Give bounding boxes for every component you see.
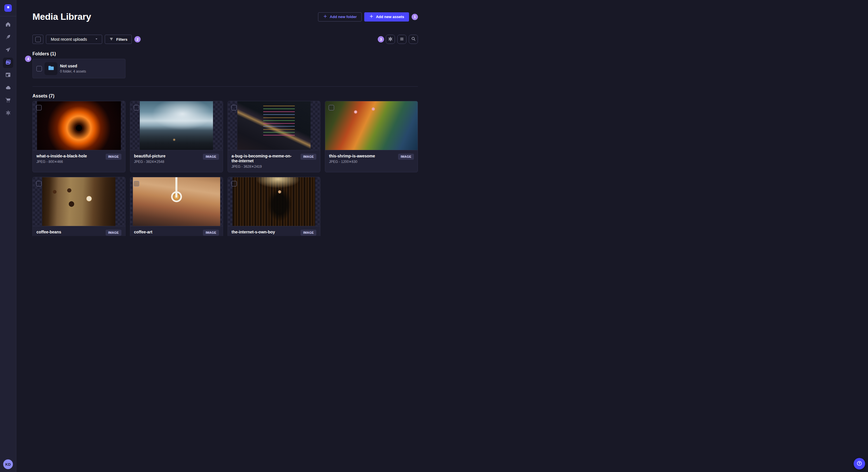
asset-title: a-bug-is-becoming-a-meme-on-the-internet	[231, 154, 298, 164]
asset-meta: JPEG - 1200✕630	[329, 160, 375, 164]
asset-thumbnail-area	[130, 101, 223, 150]
add-new-assets-button[interactable]: Add new assets	[364, 12, 409, 22]
asset-meta: JPEG - 3628✕2419	[231, 165, 298, 169]
assets-grid: what-s-inside-a-black-hole JPEG - 800✕46…	[32, 101, 418, 236]
asset-caption: the-internet-s-own-boy JPEG - 1200✕707 I…	[228, 226, 320, 236]
folder-checkbox[interactable]	[36, 66, 42, 71]
asset-caption: coffee-art JPEG - 5824✕3259 IMAGE	[130, 226, 223, 236]
home-icon	[5, 22, 11, 28]
thumbnail-shrimp	[325, 101, 417, 150]
sidebar-item-layout[interactable]	[3, 70, 13, 80]
asset-card[interactable]: coffee-art JPEG - 5824✕3259 IMAGE	[130, 177, 223, 236]
asset-caption: coffee-beans JPEG - 5021✕3347 IMAGE	[33, 226, 125, 236]
folder-name: Not used	[60, 64, 86, 69]
asset-type-badge: IMAGE	[105, 154, 121, 160]
sidebar: KD	[0, 0, 17, 236]
cloud-icon	[5, 85, 11, 92]
thumbnail-black-hole	[37, 101, 121, 150]
asset-caption: what-s-inside-a-black-hole JPEG - 800✕46…	[33, 150, 125, 172]
gear-icon	[388, 36, 393, 42]
thumbnail-code	[237, 101, 311, 150]
asset-checkbox[interactable]	[36, 181, 42, 187]
asset-text: coffee-beans JPEG - 5021✕3347	[36, 230, 67, 236]
strapi-logo[interactable]	[4, 4, 12, 12]
asset-caption: a-bug-is-becoming-a-meme-on-the-internet…	[228, 150, 320, 172]
assets-section: Assets (7) what-s-inside-a-black-hole JP…	[32, 94, 418, 236]
section-divider	[32, 86, 418, 87]
thumbnail-mountains	[140, 101, 213, 150]
asset-text: this-shrimp-is-awesome JPEG - 1200✕630	[329, 154, 375, 164]
asset-checkbox[interactable]	[36, 105, 42, 110]
send-icon	[5, 47, 11, 54]
folder-tile	[44, 62, 57, 75]
asset-type-badge: IMAGE	[301, 154, 316, 160]
sidebar-item-send[interactable]	[3, 45, 13, 55]
sort-select[interactable]: Most recent uploads	[46, 35, 102, 44]
asset-card[interactable]: the-internet-s-own-boy JPEG - 1200✕707 I…	[228, 177, 321, 236]
select-all-checkbox[interactable]	[32, 35, 43, 44]
asset-checkbox[interactable]	[134, 181, 139, 187]
asset-thumbnail-area	[130, 177, 223, 226]
asset-card[interactable]: coffee-beans JPEG - 5021✕3347 IMAGE	[32, 177, 125, 236]
add-new-folder-button[interactable]: Add new folder	[318, 12, 362, 22]
asset-caption: beautiful-picture JPEG - 3824✕2548 IMAGE	[130, 150, 223, 172]
filters-button[interactable]: Filters	[105, 35, 132, 44]
asset-title: beautiful-picture	[134, 154, 166, 159]
folder-icon	[48, 64, 55, 73]
asset-card[interactable]: beautiful-picture JPEG - 3824✕2548 IMAGE	[130, 101, 223, 172]
sidebar-item-images[interactable]	[3, 58, 13, 68]
asset-type-badge: IMAGE	[398, 154, 414, 160]
sidebar-nav	[3, 20, 13, 119]
asset-text: beautiful-picture JPEG - 3824✕2548	[134, 154, 166, 164]
asset-type-badge: IMAGE	[105, 230, 121, 236]
cart-icon	[5, 97, 11, 104]
asset-card[interactable]: this-shrimp-is-awesome JPEG - 1200✕630 I…	[325, 101, 418, 172]
step-badge-3[interactable]: 3	[378, 36, 384, 42]
asset-title: coffee-beans	[36, 230, 67, 235]
chevron-down-icon	[94, 37, 98, 42]
plus-icon	[369, 14, 374, 20]
folder-card[interactable]: 4 Not used 0 folder, 4 assets	[32, 59, 125, 78]
add-new-folder-label: Add new folder	[330, 14, 357, 19]
folder-meta: 0 folder, 4 assets	[60, 69, 86, 73]
asset-title: the-internet-s-own-boy	[231, 230, 275, 235]
asset-checkbox[interactable]	[134, 105, 139, 110]
settings-button[interactable]	[386, 35, 395, 44]
asset-checkbox[interactable]	[231, 181, 237, 187]
checkbox-box	[35, 37, 41, 42]
asset-meta: JPEG - 3824✕2548	[134, 160, 166, 164]
add-new-assets-label: Add new assets	[376, 14, 404, 19]
search-button[interactable]	[409, 35, 418, 44]
asset-type-badge: IMAGE	[203, 230, 219, 236]
asset-card[interactable]: what-s-inside-a-black-hole JPEG - 800✕46…	[32, 101, 125, 172]
asset-checkbox[interactable]	[231, 105, 237, 110]
asset-title: coffee-art	[134, 230, 164, 235]
step-badge-2[interactable]: 2	[134, 36, 141, 42]
gear-icon	[5, 110, 11, 117]
sidebar-item-cart[interactable]	[3, 96, 13, 106]
asset-title: what-s-inside-a-black-hole	[36, 154, 87, 159]
sidebar-item-gear[interactable]	[3, 108, 13, 119]
asset-meta: JPEG - 5021✕3347	[36, 236, 67, 236]
asset-text: a-bug-is-becoming-a-meme-on-the-internet…	[231, 154, 298, 169]
asset-thumbnail-area	[228, 101, 320, 150]
asset-text: what-s-inside-a-black-hole JPEG - 800✕46…	[36, 154, 87, 164]
asset-checkbox[interactable]	[329, 105, 334, 110]
folders-heading: Folders (1)	[32, 51, 418, 57]
assets-heading: Assets (7)	[32, 94, 418, 99]
page-header: Media Library Add new folder Add new ass…	[32, 11, 418, 22]
filters-label: Filters	[116, 37, 127, 42]
asset-thumbnail-area	[33, 177, 125, 226]
asset-text: the-internet-s-own-boy JPEG - 1200✕707	[231, 230, 275, 236]
step-badge-4[interactable]: 4	[25, 56, 31, 62]
sidebar-item-home[interactable]	[3, 20, 13, 30]
sidebar-item-feather[interactable]	[3, 32, 13, 43]
sidebar-item-cloud[interactable]	[3, 83, 13, 93]
list-view-button[interactable]	[397, 35, 406, 44]
asset-thumbnail-area	[33, 101, 125, 150]
folder-grid: 4 Not used 0 folder, 4 assets	[32, 59, 418, 78]
list-icon	[400, 37, 404, 42]
asset-thumbnail-area	[228, 177, 320, 226]
asset-card[interactable]: a-bug-is-becoming-a-meme-on-the-internet…	[228, 101, 321, 172]
step-badge-1[interactable]: 1	[412, 14, 418, 20]
